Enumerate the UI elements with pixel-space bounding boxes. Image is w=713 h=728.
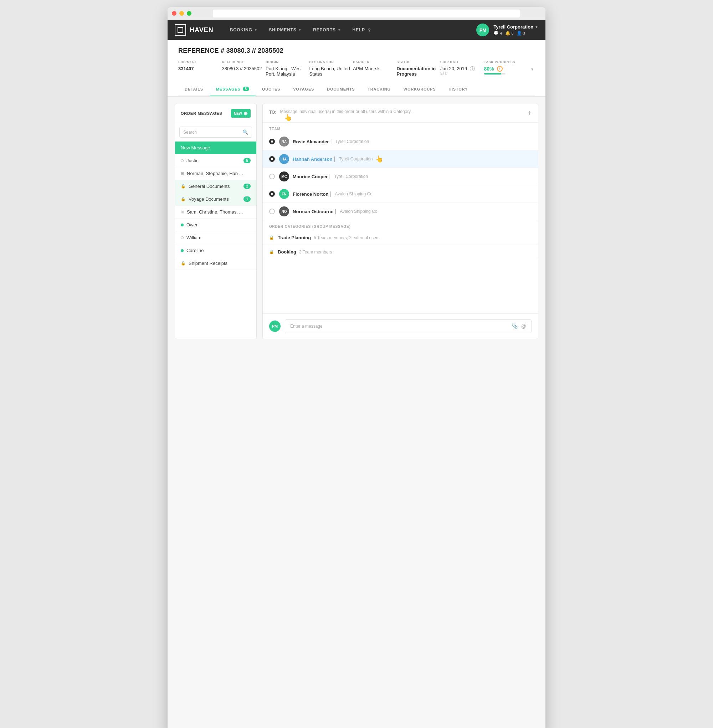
message-input-placeholder: Enter a message bbox=[290, 324, 323, 329]
maurice-avatar: MC bbox=[279, 172, 289, 182]
maximize-button[interactable] bbox=[187, 11, 191, 16]
sidebar-item-caroline[interactable]: Caroline bbox=[175, 244, 256, 257]
company-name: Tyrell Corporation bbox=[494, 24, 533, 30]
voyage-docs-count-badge: 1 bbox=[243, 197, 251, 202]
ship-date-info-icon: i bbox=[470, 66, 475, 71]
ref-meta: SHIPMENT 331407 REFERENCE 38080.3 // 203… bbox=[178, 60, 535, 82]
search-icon: 🔍 bbox=[242, 130, 248, 135]
messages-tab-badge: 8 bbox=[243, 87, 249, 91]
avatar[interactable]: PM bbox=[476, 24, 489, 36]
sidebar-item-new-message[interactable]: New Message bbox=[175, 142, 256, 154]
sidebar-item-william[interactable]: William bbox=[175, 231, 256, 244]
tab-details[interactable]: DETAILS bbox=[178, 82, 210, 96]
minimize-button[interactable] bbox=[179, 11, 184, 16]
sidebar-item-justin[interactable]: Justin 5 bbox=[175, 154, 256, 167]
close-button[interactable] bbox=[172, 11, 176, 16]
sidebar-item-sam-christine[interactable]: ⊞ Sam, Christine, Thomas, ... bbox=[175, 206, 256, 219]
booking-members: 3 Team members bbox=[299, 249, 332, 255]
messages-badge[interactable]: 💬 4 bbox=[494, 31, 502, 36]
message-compose-area: TO: Message individual user(s) in this o… bbox=[263, 104, 538, 339]
message-input-box[interactable]: Enter a message 📎 @ bbox=[285, 319, 531, 333]
meta-origin: ORIGIN Port Klang - West Port, Malaysia bbox=[266, 60, 309, 77]
tab-documents[interactable]: DOCUMENTS bbox=[321, 82, 361, 96]
tab-history[interactable]: HISTORY bbox=[442, 82, 474, 96]
recipient-maurice-cooper[interactable]: MC Maurice Cooper | Tyrell Corporation bbox=[263, 168, 538, 185]
attachment-icon[interactable]: 📎 bbox=[512, 323, 518, 329]
recipient-norman-osbourne[interactable]: NO Norman Osbourne | Avalon Shipping Co. bbox=[263, 203, 538, 220]
mention-icon[interactable]: @ bbox=[521, 323, 526, 329]
ref-header: REFERENCE # 38080.3 // 2035502 SHIPMENT … bbox=[167, 40, 546, 97]
titlebar-buttons bbox=[172, 11, 191, 16]
plus-icon: ⊕ bbox=[243, 110, 248, 116]
recipient-florence-norton[interactable]: FN Florence Norton | Avalon Shipping Co. bbox=[263, 185, 538, 203]
hannah-hand-cursor-icon: 👆 bbox=[375, 155, 383, 163]
app-window: HAVEN BOOKING ▼ SHIPMENTS ▼ REPORTS ▼ HE… bbox=[167, 7, 546, 728]
sidebar-item-general-docs[interactable]: 🔒 General Documents 2 bbox=[175, 180, 256, 193]
sidebar-item-norman-stephanie[interactable]: ⊞ Norman, Stephanie, Han ... bbox=[175, 167, 256, 180]
florence-name: Florence Norton bbox=[293, 191, 328, 197]
url-bar[interactable] bbox=[213, 10, 520, 18]
tab-workgroups[interactable]: WORKGROUPS bbox=[397, 82, 442, 96]
norman-name: Norman Osbourne bbox=[293, 209, 333, 214]
meta-expand-icon[interactable]: ▼ bbox=[531, 67, 534, 71]
william-dot-icon bbox=[181, 236, 183, 239]
new-message-button[interactable]: NEW ⊕ bbox=[231, 109, 251, 118]
message-input-area: PM Enter a message 📎 @ bbox=[263, 313, 538, 339]
to-label: TO: bbox=[269, 109, 276, 115]
recipient-rosie-alexander[interactable]: RA Rosie Alexander | Tyrell Corporation bbox=[263, 133, 538, 151]
message-input-icons: 📎 @ bbox=[512, 323, 526, 329]
categories-section-label: ORDER CATEGORIES (GROUP MESSAGE) bbox=[263, 220, 538, 231]
logo[interactable]: HAVEN bbox=[175, 24, 213, 36]
hannah-checkbox[interactable] bbox=[269, 156, 275, 162]
sidebar-search-input[interactable]: Search 🔍 bbox=[179, 127, 252, 137]
booking-lock-icon: 🔒 bbox=[269, 249, 274, 254]
hannah-name: Hannah Anderson bbox=[293, 157, 332, 162]
sender-avatar: PM bbox=[269, 321, 280, 332]
category-booking[interactable]: 🔒 Booking 3 Team members bbox=[263, 245, 538, 259]
sidebar-item-shipment-receipts[interactable]: 🔒 Shipment Receipts bbox=[175, 257, 256, 270]
justin-dot-icon bbox=[181, 160, 183, 162]
category-trade-planning[interactable]: 🔒 Trade Planning 5 Team members, 2 exter… bbox=[263, 231, 538, 245]
florence-avatar: FN bbox=[279, 189, 289, 199]
logo-icon bbox=[175, 24, 186, 36]
shipment-receipts-lock-icon: 🔒 bbox=[181, 261, 186, 266]
florence-checkbox[interactable] bbox=[269, 191, 275, 197]
rosie-checkbox[interactable] bbox=[269, 139, 275, 145]
company-chevron-icon: ▼ bbox=[535, 25, 538, 29]
hand-cursor-icon: 👆 bbox=[284, 114, 292, 122]
norman-checkbox[interactable] bbox=[269, 209, 275, 214]
to-input[interactable]: Message individual user(s) in this order… bbox=[280, 109, 527, 114]
norman-avatar: NO bbox=[279, 206, 289, 216]
tab-messages[interactable]: MESSAGES 8 bbox=[210, 82, 256, 96]
maurice-checkbox[interactable] bbox=[269, 174, 275, 179]
tab-tracking[interactable]: TRACKING bbox=[361, 82, 397, 96]
to-field: TO: Message individual user(s) in this o… bbox=[263, 104, 538, 122]
shipments-chevron-icon: ▼ bbox=[298, 28, 302, 32]
recipient-hannah-anderson[interactable]: HA Hannah Anderson | Tyrell Corporation … bbox=[263, 151, 538, 168]
navbar: HAVEN BOOKING ▼ SHIPMENTS ▼ REPORTS ▼ HE… bbox=[167, 20, 546, 40]
trade-planning-name: Trade Planning bbox=[278, 235, 311, 240]
company-info: Tyrell Corporation ▼ 💬 4 🔔 8 👤 3 bbox=[494, 24, 538, 36]
owen-dot-icon bbox=[181, 224, 183, 227]
nav-right: PM Tyrell Corporation ▼ 💬 4 🔔 8 bbox=[476, 24, 538, 36]
notifications-badge[interactable]: 🔔 8 bbox=[505, 31, 514, 36]
general-docs-lock-icon: 🔒 bbox=[181, 184, 186, 189]
users-badge-icon: 👤 bbox=[516, 31, 522, 36]
meta-destination: DESTINATION Long Beach, United States bbox=[309, 60, 353, 77]
nav-items: BOOKING ▼ SHIPMENTS ▼ REPORTS ▼ HELP ? bbox=[224, 20, 477, 40]
tab-voyages[interactable]: VOYAGES bbox=[286, 82, 321, 96]
group-icon-2: ⊞ bbox=[181, 210, 184, 214]
sidebar-item-voyage-docs[interactable]: 🔒 Voyage Documents 1 bbox=[175, 193, 256, 206]
users-badge[interactable]: 👤 3 bbox=[516, 31, 525, 36]
nav-booking[interactable]: BOOKING ▼ bbox=[224, 20, 264, 40]
notifications-badge-icon: 🔔 bbox=[505, 31, 510, 36]
add-recipient-button[interactable]: + bbox=[527, 109, 531, 117]
tab-quotes[interactable]: QUOTES bbox=[256, 82, 286, 96]
nav-help[interactable]: HELP ? bbox=[347, 20, 377, 40]
sidebar-item-owen[interactable]: Owen bbox=[175, 219, 256, 231]
main-content: ORDER MESSAGES NEW ⊕ Search 🔍 New Messag… bbox=[167, 97, 546, 346]
progress-bar-fill bbox=[484, 73, 501, 75]
booking-chevron-icon: ▼ bbox=[254, 28, 258, 32]
nav-reports[interactable]: REPORTS ▼ bbox=[307, 20, 346, 40]
nav-shipments[interactable]: SHIPMENTS ▼ bbox=[263, 20, 307, 40]
